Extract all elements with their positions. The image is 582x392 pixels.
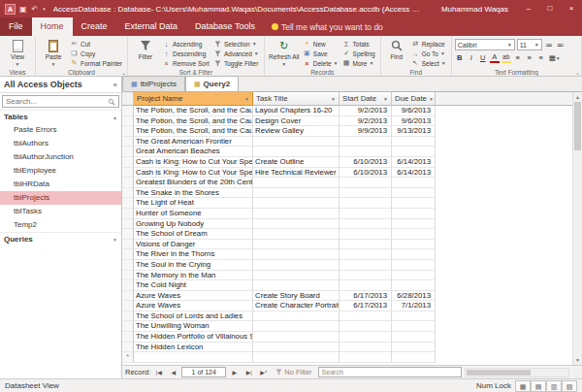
cell[interactable] [392, 209, 436, 219]
cell[interactable] [340, 260, 392, 271]
hscroll-thumb[interactable] [467, 370, 531, 376]
bullets-icon[interactable]: ≔ [544, 40, 554, 50]
toggle-filter-button[interactable]: Toggle Filter [211, 58, 261, 68]
cell[interactable] [253, 343, 340, 353]
cell[interactable]: 9/6/2013 [392, 116, 436, 127]
cell[interactable]: The Soul in the Crying [134, 260, 253, 271]
cell[interactable]: The Memory in the Man [134, 271, 253, 281]
sidebar-section-tables[interactable]: Tables ▲ [0, 110, 121, 123]
record-search-box[interactable]: Search [318, 367, 462, 377]
bold-button[interactable]: B [455, 52, 465, 63]
scroll-thumb[interactable] [574, 102, 581, 150]
row-selector[interactable] [122, 147, 134, 157]
font-size-combo[interactable]: 11 ▼ [517, 39, 542, 50]
record-position[interactable]: 1 of 124 [181, 367, 226, 377]
row-selector[interactable] [122, 311, 134, 322]
cell[interactable]: The Hidden Portfolio of Villainous Sec [134, 332, 253, 343]
cell[interactable] [253, 229, 340, 240]
cell[interactable] [340, 343, 392, 353]
cell[interactable] [340, 178, 392, 188]
ribbon-tab-file[interactable]: File [0, 17, 32, 36]
column-header-task-title[interactable]: Task Title▼ [253, 92, 340, 106]
cell[interactable]: Great American Beaches [134, 147, 253, 157]
font-color-button[interactable]: A [490, 52, 500, 63]
cell[interactable]: The Light of Heat [134, 198, 253, 209]
cell[interactable]: Create Story Board [253, 291, 340, 302]
sidebar-item-tblauthors[interactable]: tblAuthors [0, 137, 121, 150]
numbering-icon[interactable]: ≕ [556, 40, 566, 50]
cell[interactable] [340, 280, 392, 291]
row-selector[interactable] [122, 157, 134, 168]
cell[interactable] [392, 271, 436, 281]
cell[interactable]: 9/6/2013 [392, 106, 436, 116]
cell[interactable] [253, 240, 340, 250]
select-all-corner[interactable] [122, 92, 134, 106]
row-selector[interactable] [122, 229, 134, 240]
cell[interactable]: 6/28/2013 [392, 291, 436, 302]
cell[interactable]: Review Galley [253, 126, 340, 137]
cell[interactable]: The School of Lords and Ladies [134, 311, 253, 322]
cell[interactable] [340, 137, 392, 147]
cell[interactable]: Visions of Danger [134, 240, 253, 250]
align-left-icon[interactable]: ≡ [513, 52, 523, 63]
last-record-button[interactable]: ▶| [242, 367, 255, 377]
row-selector[interactable] [122, 260, 134, 271]
refresh-all-button[interactable]: ↻ Refresh All ▼ [268, 37, 301, 67]
qat-customize-icon[interactable]: ▾ [43, 6, 46, 12]
ascending-button[interactable]: ↓ Ascending [160, 39, 211, 49]
cell[interactable] [253, 209, 340, 219]
font-name-combo[interactable]: Calibri ▼ [455, 39, 515, 50]
cell[interactable]: 9/9/2013 [340, 126, 392, 137]
scroll-track[interactable] [573, 102, 582, 355]
cell[interactable]: 6/10/2013 [340, 168, 392, 179]
close-button[interactable]: × [561, 0, 582, 17]
cell[interactable]: The Unwilling Woman [134, 321, 253, 332]
tell-me-box[interactable]: Tell me what you want to do [264, 17, 391, 36]
cell[interactable]: 7/1/2013 [392, 301, 436, 311]
restore-button[interactable]: □ [539, 0, 561, 17]
cell[interactable]: 9/2/2013 [340, 106, 392, 116]
cell[interactable] [340, 188, 392, 199]
cell[interactable]: Cash is King: How to Cut Your Spending [134, 168, 253, 179]
column-header-start-date[interactable]: Start Date▼ [340, 92, 392, 106]
cell[interactable] [340, 332, 392, 343]
cell[interactable]: The Snake in the Shores [134, 188, 253, 199]
cell[interactable]: 6/14/2013 [392, 157, 436, 168]
filter-status[interactable]: No Filter [275, 368, 311, 376]
cell[interactable]: 6/17/2013 [340, 301, 392, 311]
scroll-down-icon[interactable]: ▼ [573, 355, 582, 365]
sidebar-section-queries[interactable]: Queries ▼ [0, 232, 121, 245]
cell[interactable] [253, 219, 340, 230]
cell[interactable]: Greatest Blunders of the 20th Century [134, 178, 253, 188]
align-center-icon[interactable]: ≡ [525, 52, 534, 63]
undo-icon[interactable]: ↶ [32, 5, 39, 14]
cell[interactable]: The Cold Night [134, 280, 253, 291]
cell[interactable] [253, 188, 340, 199]
ribbon-tab-home[interactable]: Home [32, 17, 73, 36]
row-selector[interactable] [122, 126, 134, 137]
sidebar-item-tblhrdata[interactable]: tblHRData [0, 178, 121, 191]
cell[interactable] [253, 147, 340, 157]
ribbon-tab-create[interactable]: Create [73, 17, 116, 36]
row-selector[interactable] [122, 219, 134, 230]
row-selector[interactable] [122, 271, 134, 281]
cell[interactable] [253, 321, 340, 332]
cell[interactable] [392, 249, 436, 260]
select-button[interactable]: ↖ Select ▼ [409, 58, 448, 68]
cell[interactable]: The River in the Thorns [134, 249, 253, 260]
advanced-button[interactable]: Advanced ▼ [211, 49, 261, 58]
cell[interactable] [253, 352, 340, 363]
vertical-scrollbar[interactable]: ▲ ▼ [572, 92, 582, 365]
cell[interactable]: The Great American Frontier [134, 137, 253, 147]
underline-button[interactable]: U [478, 52, 488, 63]
cell[interactable] [340, 311, 392, 322]
new-blank-record-button[interactable]: ▶* [257, 367, 270, 377]
cell[interactable] [340, 147, 392, 157]
dialog-launcher-icon[interactable]: ⌄ [575, 69, 580, 76]
cell[interactable] [340, 219, 392, 230]
cell[interactable] [392, 188, 436, 199]
cell[interactable] [340, 240, 392, 250]
gridlines-icon[interactable]: ▦▼ [548, 52, 562, 63]
totals-button[interactable]: Σ Totals [340, 39, 377, 49]
previous-record-button[interactable]: ◀ [167, 367, 179, 377]
